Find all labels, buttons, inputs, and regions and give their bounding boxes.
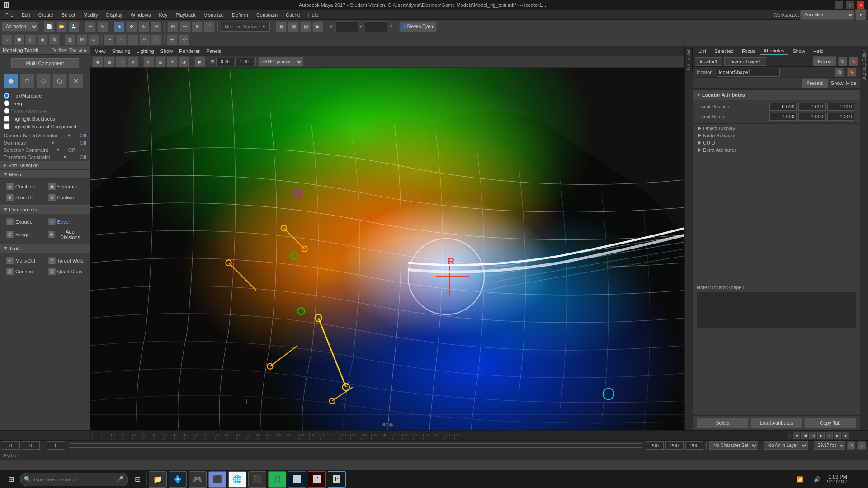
vp-shadow-btn[interactable]: ◑ <box>179 56 189 67</box>
menu-create[interactable]: Create <box>35 11 57 19</box>
copy-node-btn[interactable]: ⧉ <box>835 68 844 77</box>
help-tab[interactable]: Help <box>810 47 827 55</box>
undo-btn[interactable]: ↩ <box>85 21 96 32</box>
menu-display[interactable]: Display <box>103 11 126 19</box>
play-end-btn[interactable]: ⏭ <box>842 432 849 439</box>
plus-btn[interactable]: + <box>167 34 178 45</box>
local-scale-z[interactable] <box>827 113 854 121</box>
locator-attrs-header[interactable]: Locator Attributes <box>693 90 860 100</box>
fps-select[interactable]: 29.97 fps <box>814 441 845 450</box>
snap-curve-btn[interactable]: 〜 <box>179 21 190 32</box>
uuid-row[interactable]: UUID <box>693 139 860 146</box>
locator-shape-tab[interactable]: locatorShape1 <box>724 57 766 66</box>
shading-menu[interactable]: Shading <box>109 47 133 55</box>
current-time-input[interactable] <box>22 441 40 450</box>
illustrator-btn[interactable]: 🅰 <box>308 471 326 488</box>
arc-btn[interactable]: ⌓ <box>151 34 162 45</box>
soft-mod-btn[interactable]: ◈ <box>37 34 48 45</box>
next-frame-btn[interactable]: ▶ <box>834 432 841 439</box>
vp-play-btn[interactable]: ▶ <box>194 56 205 67</box>
range-end1-input[interactable] <box>646 441 664 450</box>
local-pos-x[interactable] <box>769 103 797 111</box>
uv-toolkit-label[interactable]: UV Toolkit <box>685 48 693 72</box>
extra-attributes-row[interactable]: Extra Attributes <box>693 146 860 154</box>
connect-tool-btn[interactable]: ⊟ Connect <box>4 267 45 277</box>
display-mode-btn2[interactable]: ▧ <box>288 21 299 32</box>
vp-xray-btn[interactable]: ◈ <box>127 56 138 67</box>
minimize-button[interactable]: ─ <box>835 1 843 9</box>
locator1-tab[interactable]: locator1 <box>695 57 722 66</box>
multi-component-btn[interactable]: Multi-Component <box>11 58 79 68</box>
display-mode-btn1[interactable]: ▦ <box>276 21 287 32</box>
network-btn[interactable]: 📶 <box>793 472 807 487</box>
cortana-btn[interactable]: 🔍 🎤 <box>20 472 128 487</box>
range-start-input[interactable] <box>2 441 20 450</box>
lighting-menu[interactable]: Lighting <box>134 47 157 55</box>
photoshop-btn[interactable]: 🅿 <box>288 471 306 488</box>
extrude-btn[interactable]: ⊟ Extrude <box>4 217 45 227</box>
target-weld-btn[interactable]: ⊞ Target Weld <box>46 256 87 266</box>
new-scene-btn[interactable]: 📄 <box>44 21 55 32</box>
play-start-btn[interactable]: ⏮ <box>793 432 800 439</box>
bookmark-node-btn[interactable]: 🔖 <box>847 68 856 77</box>
close-button[interactable]: ✕ <box>857 1 864 9</box>
vp-texture-btn[interactable]: ▧ <box>155 56 166 67</box>
spotify-btn[interactable]: 🎵 <box>268 471 286 488</box>
play-btn[interactable]: ▶ <box>817 432 825 439</box>
redo-btn[interactable]: ↪ <box>97 21 108 32</box>
sculpt-btn[interactable]: ⊛ <box>49 34 60 45</box>
list-tab[interactable]: List <box>695 47 710 55</box>
highlight-backfaces-check[interactable]: Highlight Backfaces <box>4 115 86 122</box>
workspace-menu-btn[interactable]: ▼ <box>855 9 866 20</box>
show-tab[interactable]: Show <box>789 47 809 55</box>
render-btn[interactable]: ▶ <box>312 21 323 32</box>
menu-cache[interactable]: Cache <box>282 11 304 19</box>
workspace-select[interactable]: Animation <box>800 10 854 20</box>
tweak-btn[interactable]: ◇ <box>25 34 36 45</box>
bookmark-btn[interactable]: 🔖 <box>849 57 858 66</box>
copy-tab-btn[interactable]: Copy Tab <box>804 418 856 428</box>
snap-point-btn[interactable]: ⊕ <box>192 21 203 32</box>
object-display-row[interactable]: Object Display <box>693 125 860 132</box>
vp-wireframe-btn[interactable]: □ <box>116 56 127 67</box>
start-btn[interactable]: ⊞ <box>4 472 18 487</box>
renderer-menu[interactable]: Renderer <box>176 47 203 55</box>
pick-marquee-radio[interactable]: Pick/Marquee <box>4 92 86 99</box>
range-end3-input[interactable] <box>685 441 703 450</box>
too-label[interactable]: Too <box>69 48 76 53</box>
save-btn[interactable]: 💾 <box>68 21 79 32</box>
attr-editor-label[interactable]: Attribute Editor <box>861 48 868 81</box>
object-shape-btn[interactable]: ⬡ <box>52 74 67 88</box>
menu-edit[interactable]: Edit <box>18 11 34 19</box>
chrome-btn[interactable]: 🌐 <box>228 471 246 488</box>
scale-input[interactable] <box>235 58 253 66</box>
menu-visualize[interactable]: Visualize <box>200 11 227 19</box>
x-input[interactable] <box>335 21 358 32</box>
y-input[interactable] <box>365 21 387 32</box>
app1-btn[interactable]: ⬛ <box>248 471 266 488</box>
show-desktop-btn[interactable] <box>850 472 864 487</box>
mode-select[interactable]: Animation <box>2 22 38 32</box>
curve-tool-btn[interactable]: 〜 <box>104 34 115 45</box>
load-attributes-btn[interactable]: Load Attributes <box>750 418 802 428</box>
focus-tab[interactable]: Focus <box>738 47 759 55</box>
maximize-button[interactable]: □ <box>846 1 854 9</box>
audio-btn[interactable]: ♪ <box>857 441 866 450</box>
menu-playback[interactable]: Playback <box>172 11 199 19</box>
menu-key[interactable]: Key <box>155 11 171 19</box>
copy-icon-btn[interactable]: ⧉ <box>838 57 847 66</box>
display-mode-btn3[interactable]: ▤ <box>300 21 311 32</box>
vp-grid-btn[interactable]: ⊞ <box>143 56 154 67</box>
attributes-tab[interactable]: Attributes <box>760 47 788 55</box>
ep-curve-btn[interactable]: ◦ <box>116 34 127 45</box>
presets-btn[interactable]: Presets <box>802 78 828 88</box>
snap-toggle-btn[interactable]: ⊹ <box>179 34 189 45</box>
snap-grid-btn[interactable]: ⊞ <box>167 21 178 32</box>
no-live-surface-dropdown[interactable]: No Live Surface ▼ <box>221 22 270 32</box>
snap-surface-btn[interactable]: ⬡ <box>204 21 215 32</box>
boolean-btn[interactable]: ⊖ Boolean <box>46 192 87 202</box>
time-input[interactable] <box>216 58 234 66</box>
view-menu[interactable]: View <box>92 47 108 55</box>
steam-btn[interactable]: 💠 <box>169 471 187 488</box>
combine-btn[interactable]: ◈ Combine <box>4 182 45 192</box>
